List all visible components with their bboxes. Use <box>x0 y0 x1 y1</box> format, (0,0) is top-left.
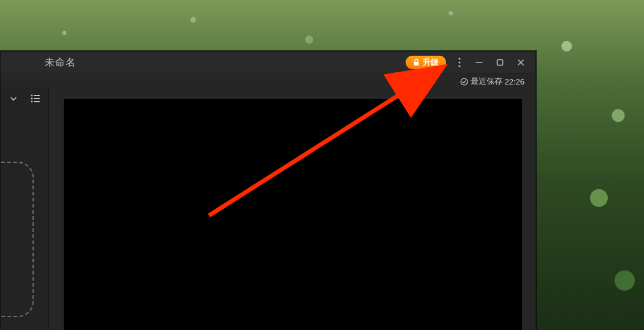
window-controls <box>473 56 527 69</box>
minimize-icon <box>475 58 483 67</box>
svg-rect-0 <box>414 62 419 66</box>
lock-icon <box>413 59 420 66</box>
svg-rect-9 <box>34 98 40 99</box>
kebab-icon <box>458 58 461 67</box>
svg-point-10 <box>31 101 33 103</box>
app-window: 未命名 升级 <box>0 51 536 330</box>
svg-rect-11 <box>34 101 40 102</box>
upgrade-label: 升级 <box>423 57 439 68</box>
maximize-icon <box>496 58 504 67</box>
document-title: 未命名 <box>45 56 76 69</box>
minimize-button[interactable] <box>473 56 485 69</box>
app-body <box>1 88 536 330</box>
maximize-button[interactable] <box>494 56 506 69</box>
svg-point-8 <box>31 98 33 100</box>
more-menu-button[interactable] <box>455 58 464 67</box>
svg-point-3 <box>458 65 460 67</box>
svg-point-1 <box>458 58 460 59</box>
canvas-area <box>49 88 536 330</box>
rail-drop-target[interactable] <box>0 162 34 317</box>
svg-rect-7 <box>34 95 40 96</box>
svg-point-2 <box>458 61 460 63</box>
svg-rect-4 <box>498 60 503 66</box>
upgrade-button[interactable]: 升级 <box>406 56 446 69</box>
list-icon <box>31 94 40 105</box>
check-circle-icon <box>460 78 468 86</box>
left-rail <box>1 88 49 330</box>
last-saved-time: 22:26 <box>504 77 525 86</box>
status-bar: 最近保存 22:26 <box>1 74 536 89</box>
last-saved-label: 最近保存 <box>471 76 502 87</box>
svg-point-5 <box>461 78 468 85</box>
preview-canvas[interactable] <box>64 99 522 330</box>
svg-point-6 <box>31 95 33 97</box>
close-icon <box>517 58 525 67</box>
close-button[interactable] <box>515 56 527 69</box>
title-bar: 未命名 升级 <box>1 51 536 74</box>
rail-dropdown-button[interactable] <box>8 94 19 105</box>
chevron-down-icon <box>9 94 18 105</box>
rail-list-button[interactable] <box>30 94 41 105</box>
